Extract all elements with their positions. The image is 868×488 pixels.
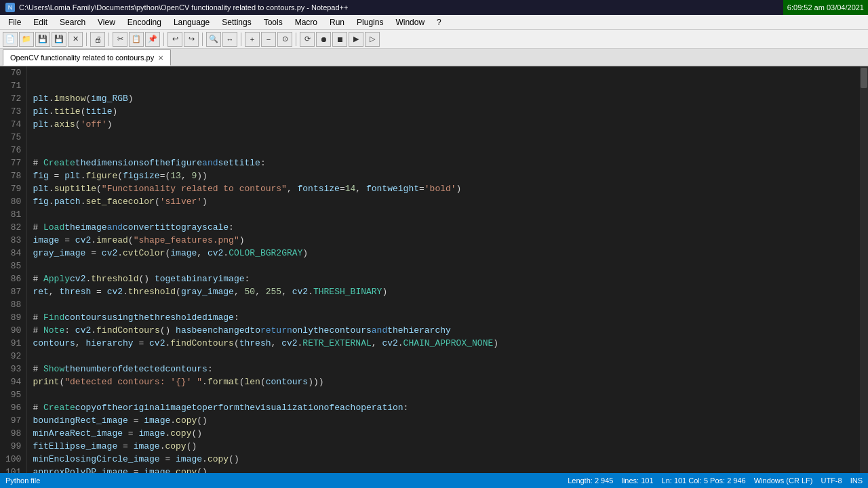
close-button2[interactable]: ✕	[68, 32, 83, 47]
code-line: ret, thresh = cv2.threshold(gray_image, …	[33, 285, 854, 298]
copy-button[interactable]: 📋	[129, 32, 144, 47]
macro-stop-button[interactable]: ⏹	[332, 32, 347, 47]
menu-search[interactable]: Search	[54, 16, 91, 28]
macro-play-button[interactable]: ▶	[349, 32, 363, 47]
save-all-button[interactable]: 💾	[52, 32, 66, 47]
code-line: image = cv2.imread("shape_features.png")	[33, 234, 854, 247]
line-number: 79	[5, 182, 21, 195]
line-number: 89	[5, 311, 21, 324]
line-number: 92	[5, 350, 21, 363]
tab-label: OpenCV functionality related to contours…	[10, 54, 154, 62]
tab-close-icon[interactable]: ✕	[158, 54, 163, 62]
menu-language[interactable]: Language	[168, 16, 215, 28]
zoom-in-button[interactable]: +	[245, 32, 260, 47]
line-number: 73	[5, 105, 21, 118]
menu-encoding[interactable]: Encoding	[122, 16, 167, 28]
code-line: # Note: cv2.findContours() has been chan…	[33, 324, 854, 337]
toolbar-sep2	[108, 33, 109, 46]
code-line	[33, 131, 854, 144]
print-button[interactable]: 🖨	[90, 32, 105, 47]
menu-edit[interactable]: Edit	[28, 16, 53, 28]
tab-bar: OpenCV functionality related to contours…	[0, 49, 868, 66]
line-number: 75	[5, 131, 21, 144]
paste-button[interactable]: 📌	[145, 32, 160, 47]
menu-plugins[interactable]: Plugins	[351, 16, 389, 28]
line-number: 86	[5, 272, 21, 285]
code-line: boundingRect_image = image.copy()	[33, 414, 854, 427]
open-button[interactable]: 📁	[19, 32, 34, 47]
code-line: # Create the dimensions of the figure an…	[33, 157, 854, 169]
line-number: 97	[5, 414, 21, 427]
replace-button[interactable]: ↔	[222, 32, 237, 47]
undo-button[interactable]: ↩	[167, 32, 182, 47]
menu-window[interactable]: Window	[390, 16, 430, 28]
line-number: 100	[5, 453, 21, 466]
app-icon: N	[5, 3, 15, 12]
code-line: print("detected contours: '{}' ".format(…	[33, 375, 854, 388]
line-number: 94	[5, 375, 21, 388]
vertical-scrollbar[interactable]	[860, 66, 868, 473]
toolbar-sep3	[163, 33, 164, 46]
code-line	[33, 388, 854, 401]
line-number: 87	[5, 285, 21, 298]
macro-rec-button[interactable]: ⏺	[316, 32, 331, 47]
menu-settings[interactable]: Settings	[216, 16, 256, 28]
code-line	[33, 208, 854, 221]
line-number: 96	[5, 401, 21, 414]
line-number: 72	[5, 92, 21, 105]
line-number: 83	[5, 234, 21, 247]
menu-file[interactable]: File	[3, 16, 26, 28]
code-line: minEnclosingCircle_image = image.copy()	[33, 453, 854, 466]
status-ins: INS	[850, 476, 863, 485]
line-number: 77	[5, 157, 21, 169]
scrollbar-thumb[interactable]	[861, 68, 867, 88]
code-line: plt.axis('off')	[33, 118, 854, 131]
status-lines: lines: 101	[621, 476, 653, 485]
find-button[interactable]: 🔍	[206, 32, 221, 47]
menu-macro[interactable]: Macro	[290, 16, 323, 28]
code-line: # Create copy of the original image to p…	[33, 401, 854, 414]
code-line: fig.patch.set_facecolor('silver')	[33, 195, 854, 208]
line-number: 70	[5, 66, 21, 79]
zoom-reset-button[interactable]: ⊙	[277, 32, 292, 47]
new-button[interactable]: 📄	[3, 32, 18, 47]
menu-view[interactable]: View	[92, 16, 121, 28]
line-number: 88	[5, 298, 21, 311]
line-number: 101	[5, 466, 21, 473]
code-area[interactable]: plt.imshow(img_RGB)plt.title(title)plt.a…	[27, 66, 860, 473]
line-number: 71	[5, 79, 21, 92]
menu-help[interactable]: ?	[431, 16, 447, 28]
menu-run[interactable]: Run	[324, 16, 350, 28]
toolbar-sep6	[296, 33, 296, 46]
status-line-ending: Windows (CR LF)	[754, 476, 813, 485]
menu-bar: File Edit Search View Encoding Language …	[0, 15, 868, 30]
line-number: 84	[5, 247, 21, 260]
line-number: 90	[5, 324, 21, 337]
code-line	[33, 144, 854, 157]
menu-tools[interactable]: Tools	[258, 16, 288, 28]
line-number: 81	[5, 208, 21, 221]
tab-main[interactable]: OpenCV functionality related to contours…	[3, 49, 171, 66]
macro-run-button[interactable]: ▷	[365, 32, 380, 47]
cut-button[interactable]: ✂	[113, 32, 127, 47]
window-controls: 6:09:52 am 03/04/2021 ─ □ ✕	[821, 2, 863, 13]
editor-container: 7071727374757677787980818283848586878889…	[0, 66, 868, 473]
code-line: # Load the image and convert it to grays…	[33, 221, 854, 234]
toolbar: 📄 📁 💾 💾 ✕ 🖨 ✂ 📋 📌 ↩ ↪ 🔍 ↔ + − ⊙ ⟳ ⏺ ⏹ ▶ …	[0, 30, 868, 49]
status-right: Length: 2 945 lines: 101 Ln: 101 Col: 5 …	[568, 476, 863, 485]
line-number: 78	[5, 169, 21, 182]
zoom-out-button[interactable]: −	[261, 32, 276, 47]
line-number: 82	[5, 221, 21, 234]
sync-button[interactable]: ⟳	[300, 32, 315, 47]
save-button[interactable]: 💾	[35, 32, 50, 47]
line-number: 98	[5, 427, 21, 440]
line-number: 93	[5, 363, 21, 375]
code-line	[33, 298, 854, 311]
redo-button[interactable]: ↪	[184, 32, 199, 47]
line-number: 74	[5, 118, 21, 131]
status-encoding: UTF-8	[821, 476, 842, 485]
status-filetype: Python file	[5, 476, 40, 485]
code-line: fig = plt.figure(figsize=(13, 9))	[33, 169, 854, 182]
toolbar-sep1	[86, 33, 87, 46]
line-numbers: 7071727374757677787980818283848586878889…	[0, 66, 27, 473]
